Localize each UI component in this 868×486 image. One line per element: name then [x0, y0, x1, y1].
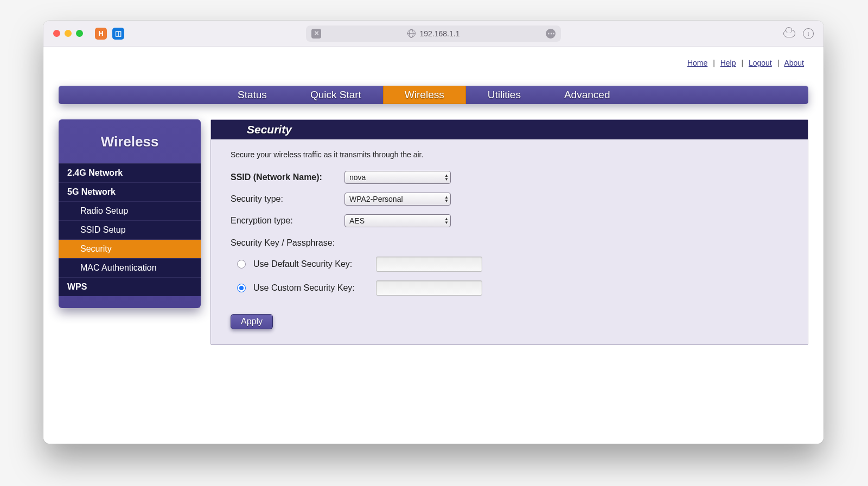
- apply-button[interactable]: Apply: [231, 314, 273, 329]
- sidebar-item-radio-setup[interactable]: Radio Setup: [59, 201, 201, 220]
- browser-window: H ◫ ✕ 192.168.1.1 ⋯ ↓ Home | Help | Logo…: [43, 21, 824, 444]
- encryption-type-value: AES: [349, 216, 365, 225]
- encryption-type-label: Encryption type:: [231, 216, 344, 226]
- url-text: 192.168.1.1: [420, 29, 460, 38]
- use-custom-key-radio[interactable]: [237, 284, 246, 292]
- top-links: Home | Help | Logout | About: [59, 59, 808, 67]
- sidebar-item-wps[interactable]: WPS: [59, 277, 201, 296]
- logout-link[interactable]: Logout: [749, 59, 772, 67]
- sidebar-item-security[interactable]: Security: [59, 239, 201, 258]
- sidebar-item-ssid-setup[interactable]: SSID Setup: [59, 220, 201, 239]
- ssid-label: SSID (Network Name):: [231, 172, 344, 182]
- content-panel: Security Secure your wireless traffic as…: [210, 119, 808, 345]
- ssid-value: nova: [349, 173, 366, 182]
- browser-toolbar: H ◫ ✕ 192.168.1.1 ⋯ ↓: [43, 21, 824, 47]
- help-link[interactable]: Help: [720, 59, 736, 67]
- window-controls: [53, 30, 83, 37]
- custom-key-input[interactable]: [376, 280, 482, 296]
- separator: |: [741, 59, 743, 67]
- tab-advanced[interactable]: Advanced: [542, 86, 632, 104]
- page-content: Home | Help | Logout | About Status Quic…: [43, 47, 824, 444]
- more-icon[interactable]: ⋯: [546, 29, 556, 39]
- about-link[interactable]: About: [784, 59, 804, 67]
- main-navigation: Status Quick Start Wireless Utilities Ad…: [59, 86, 808, 104]
- tab-quick-start[interactable]: Quick Start: [289, 86, 383, 104]
- home-link[interactable]: Home: [687, 59, 707, 67]
- sidebar-title: Wireless: [59, 119, 201, 163]
- sidebar-item-5g-network[interactable]: 5G Network: [59, 182, 201, 201]
- extension-icons: H ◫: [95, 28, 124, 40]
- downloads-icon[interactable]: ↓: [803, 28, 814, 39]
- globe-icon: [407, 29, 416, 37]
- encryption-type-select[interactable]: AES: [344, 214, 451, 227]
- panel-title: Security: [211, 120, 808, 139]
- address-bar[interactable]: ✕ 192.168.1.1 ⋯: [306, 25, 561, 42]
- use-default-key-label: Use Default Security Key:: [253, 259, 376, 269]
- ssid-select[interactable]: nova: [344, 171, 451, 184]
- tab-utilities[interactable]: Utilities: [466, 86, 542, 104]
- sidebar: Wireless 2.4G Network 5G Network Radio S…: [59, 119, 201, 308]
- security-type-value: WPA2-Personal: [349, 195, 403, 203]
- cloud-icon[interactable]: [783, 30, 795, 37]
- tab-status[interactable]: Status: [216, 86, 289, 104]
- default-key-input[interactable]: [376, 257, 482, 272]
- sidebar-item-24g-network[interactable]: 2.4G Network: [59, 163, 201, 182]
- tab-wireless[interactable]: Wireless: [383, 86, 466, 104]
- security-type-select[interactable]: WPA2-Personal: [344, 193, 451, 206]
- panel-intro-text: Secure your wireless traffic as it trans…: [231, 150, 788, 159]
- close-icon[interactable]: ✕: [311, 29, 321, 39]
- extension-h-icon[interactable]: H: [95, 28, 107, 40]
- use-custom-key-label: Use Custom Security Key:: [253, 283, 376, 293]
- minimize-window-button[interactable]: [65, 30, 72, 37]
- separator: |: [777, 59, 780, 67]
- close-window-button[interactable]: [53, 30, 60, 37]
- security-type-label: Security type:: [231, 194, 344, 204]
- maximize-window-button[interactable]: [76, 30, 83, 37]
- passphrase-section-label: Security Key / Passphrase:: [231, 238, 788, 248]
- sidebar-item-mac-authentication[interactable]: MAC Authentication: [59, 258, 201, 277]
- extension-trello-icon[interactable]: ◫: [112, 28, 124, 40]
- use-default-key-radio[interactable]: [237, 260, 246, 268]
- separator: |: [713, 59, 715, 67]
- address-display: 192.168.1.1: [327, 29, 540, 38]
